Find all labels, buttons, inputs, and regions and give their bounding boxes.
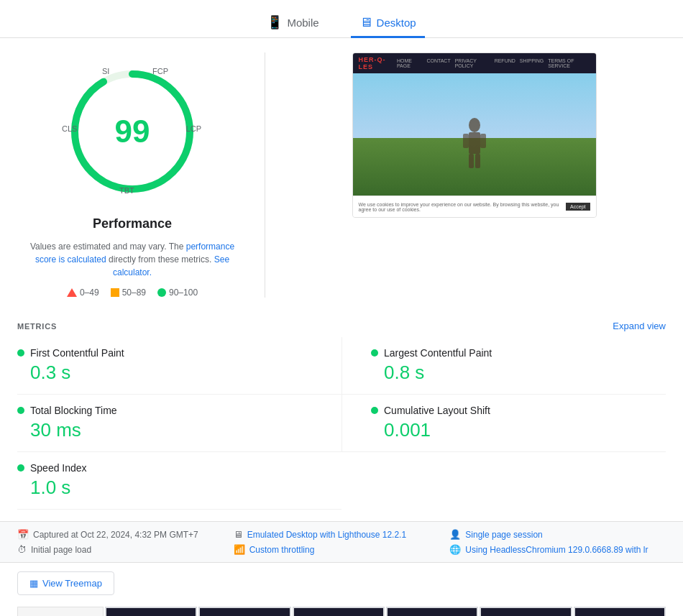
monitor-icon: 🖥: [234, 529, 243, 540]
expand-view-link[interactable]: Expand view: [613, 321, 666, 331]
preview-nav-home: HOME PAGE: [397, 58, 423, 68]
preview-image-area: [353, 73, 596, 196]
svg-rect-4: [463, 134, 469, 148]
frame-bar-4: [388, 608, 477, 616]
info-throttling: 📶 Custom throttling: [234, 544, 450, 555]
view-treemap-button[interactable]: ▦ View Treemap: [17, 571, 114, 595]
performance-score: 99: [115, 116, 150, 147]
metrics-section: METRICS Expand view First Contentful Pai…: [0, 312, 683, 510]
preview-nav-contact: CONTACT: [426, 58, 450, 68]
frame-inner-2: [200, 608, 289, 616]
metric-fcp-name: First Contentful Paint: [17, 347, 313, 359]
metric-cls-value: 0.001: [384, 419, 666, 441]
mobile-icon: 📱: [267, 14, 283, 30]
legend-orange-icon: [111, 288, 119, 297]
user-icon: 👤: [449, 529, 461, 540]
label-cls: CLS: [62, 124, 77, 133]
filmstrip-frame-3[interactable]: [293, 607, 385, 616]
clock-icon: ⏱: [17, 544, 27, 555]
info-initial: ⏱ Initial page load: [17, 544, 234, 555]
metric-si: Speed Index 1.0 s: [17, 452, 342, 510]
preview-header: HER-Q-LES HOME PAGE CONTACT PRIVACY POLI…: [353, 53, 596, 73]
main-content: SI FCP CLS LCP TBT 99 Performance Values…: [0, 38, 683, 312]
info-initial-text: Initial page load: [31, 545, 91, 555]
metric-lcp-value: 0.8 s: [384, 362, 666, 384]
preview-nav-privacy: PRIVACY POLICY: [455, 58, 490, 68]
treemap-label: View Treemap: [42, 578, 102, 589]
svg-rect-3: [469, 132, 480, 154]
svg-rect-6: [469, 154, 474, 168]
info-session-link[interactable]: Single page session: [465, 530, 542, 540]
svg-rect-7: [475, 154, 480, 168]
info-emulated-link[interactable]: Emulated Desktop with Lighthouse 12.2.1: [247, 530, 406, 540]
info-throttling-link[interactable]: Custom throttling: [249, 545, 315, 555]
filmstrip-frame-5[interactable]: [480, 607, 572, 616]
info-captured: 📅 Captured at Oct 22, 2024, 4:32 PM GMT+…: [17, 529, 234, 540]
metric-fcp-label: First Contentful Paint: [30, 347, 124, 359]
metrics-title: METRICS: [17, 322, 57, 331]
legend-red: 0–49: [67, 288, 99, 298]
filmstrip-frame-6[interactable]: [574, 607, 666, 616]
website-preview: HER-Q-LES HOME PAGE CONTACT PRIVACY POLI…: [352, 52, 597, 218]
info-emulated: 🖥 Emulated Desktop with Lighthouse 12.2.…: [234, 529, 450, 540]
frame-inner-6: [575, 608, 664, 616]
desc-text2: directly from these metrics.: [109, 254, 211, 265]
svg-rect-5: [480, 134, 486, 148]
preview-figure: [453, 116, 496, 174]
metric-lcp: Largest Contentful Paint 0.8 s: [342, 337, 666, 395]
preview-nav-shipping: SHIPPING: [520, 58, 544, 68]
preview-footer-text: We use cookies to improve your experienc…: [359, 202, 567, 212]
metric-tbt-dot: [17, 407, 24, 414]
legend-orange-label: 50–89: [122, 288, 146, 298]
filmstrip-section: [0, 607, 683, 616]
filmstrip-frame-1[interactable]: [105, 607, 197, 616]
metric-cls-label: Cumulative Layout Shift: [384, 405, 490, 416]
metric-tbt-label: Total Blocking Time: [30, 405, 117, 416]
label-fcp: FCP: [152, 67, 168, 75]
performance-title: Performance: [93, 216, 172, 231]
metric-tbt-value: 30 ms: [30, 419, 313, 441]
svg-point-2: [469, 118, 480, 132]
preview-section: HER-Q-LES HOME PAGE CONTACT PRIVACY POLI…: [283, 52, 666, 298]
preview-nav-links: HOME PAGE CONTACT PRIVACY POLICY REFUND …: [397, 58, 590, 68]
tabs-bar: 📱 Mobile 🖥 Desktop: [0, 0, 683, 38]
filmstrip-frame-2[interactable]: [198, 607, 290, 616]
metric-si-label: Speed Index: [30, 462, 87, 474]
calendar-icon: 📅: [17, 529, 29, 540]
filmstrip-frame-4[interactable]: [386, 607, 478, 616]
metric-lcp-name: Largest Contentful Paint: [371, 347, 666, 359]
legend-green: 90–100: [157, 288, 198, 298]
score-description: Values are estimated and may vary. The p…: [24, 240, 240, 279]
metric-cls-name: Cumulative Layout Shift: [371, 405, 666, 416]
metric-si-value: 1.0 s: [30, 477, 313, 499]
frame-inner-5: [481, 608, 570, 616]
tab-desktop[interactable]: 🖥 Desktop: [351, 9, 425, 38]
preview-accept-btn[interactable]: Accept: [566, 203, 590, 211]
metric-fcp-value: 0.3 s: [30, 362, 313, 384]
preview-nav-refund: REFUND: [495, 58, 515, 68]
desc-text1: Values are estimated and may vary. The: [30, 242, 183, 252]
legend-green-icon: [157, 288, 166, 297]
frame-inner-1: [106, 608, 196, 616]
metric-si-name: Speed Index: [17, 462, 313, 474]
tab-mobile-label: Mobile: [287, 17, 318, 29]
treemap-icon: ▦: [29, 578, 38, 589]
gauge-inner: 99: [115, 116, 150, 147]
frame-bar-5: [481, 608, 570, 616]
preview-brand: HER-Q-LES: [359, 56, 397, 70]
preview-nav-terms: TERMS OF SERVICE: [548, 58, 590, 68]
frame-bar-2: [200, 608, 289, 616]
gauge-container: SI FCP CLS LCP TBT 99: [60, 60, 204, 203]
tab-mobile[interactable]: 📱 Mobile: [258, 9, 327, 38]
info-chromium-link[interactable]: Using HeadlessChromium 129.0.6668.89 wit…: [465, 545, 648, 555]
metric-lcp-label: Largest Contentful Paint: [384, 347, 492, 359]
info-captured-text: Captured at Oct 22, 2024, 4:32 PM GMT+7: [33, 530, 198, 540]
tab-desktop-label: Desktop: [377, 17, 416, 29]
metrics-grid: First Contentful Paint 0.3 s Largest Con…: [17, 337, 666, 510]
desktop-icon: 🖥: [359, 15, 372, 30]
label-si: SI: [102, 67, 109, 75]
score-section: SI FCP CLS LCP TBT 99 Performance Values…: [17, 52, 247, 298]
wifi-icon: 📶: [234, 544, 245, 555]
metric-lcp-dot: [371, 349, 378, 357]
frame-bar-1: [106, 608, 196, 616]
